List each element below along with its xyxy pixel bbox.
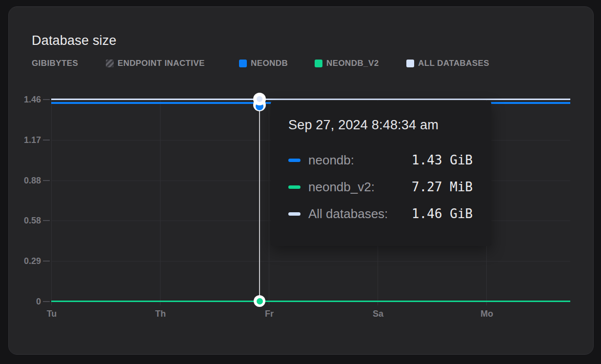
y-axis-tick [43,99,50,100]
legend-unit: GIBIBYTES [32,59,78,68]
x-axis-tick [486,302,487,305]
legend-item-label: ENDPOINT INACTIVE [118,59,205,68]
blue-swatch-icon [239,60,247,67]
y-axis-tick-label: 0 [12,297,41,306]
series-dash-icon [288,185,300,189]
legend-item-label: ALL DATABASES [418,59,489,68]
series-dash-icon [288,212,300,216]
y-axis-tick-label: 0.29 [12,256,41,266]
x-axis-tick-label: Th [155,309,166,319]
legend-item-label: NEONDB [251,59,288,68]
tooltip-series-label: neondb: [308,153,354,168]
y-axis-tick [43,261,50,262]
tooltip-rows: neondb: 1.43 GiB neondb_v2: 7.27 MiB All… [288,153,473,221]
tooltip-series-value: 1.43 GiB [412,153,473,167]
hatched-swatch-icon [106,60,114,67]
y-axis-tick [43,180,50,181]
unit-label: GIBIBYTES [32,59,78,68]
lavender-swatch-icon [406,60,414,67]
y-axis-tick-label: 1.17 [12,135,41,145]
chart-tooltip: Sep 27, 2024 8:48:34 am neondb: 1.43 GiB… [271,101,491,246]
y-axis-tick-label: 0.58 [12,216,41,225]
database-size-panel: Database size GIBIBYTES ENDPOINT INACTIV… [0,0,601,364]
tooltip-timestamp: Sep 27, 2024 8:48:34 am [288,117,473,133]
tooltip-series-label: neondb_v2: [308,180,375,195]
x-axis-tick [160,302,160,305]
tooltip-row-neondb: neondb: 1.43 GiB [288,153,473,167]
tooltip-row-neondb-v2: neondb_v2: 7.27 MiB [288,180,473,194]
y-axis-tick-label: 1.46 [12,95,41,104]
tooltip-series-value: 1.46 GiB [412,206,473,221]
series-dash-icon [288,159,300,162]
x-axis-tick [51,302,52,305]
legend-item-label: NEONDB_V2 [326,59,379,68]
y-axis-tick [43,301,50,302]
y-axis-tick-label: 0.88 [12,176,41,185]
legend-item-neondb[interactable]: NEONDB [239,59,288,68]
tooltip-series-value: 7.27 MiB [412,180,473,194]
legend-item-all-databases[interactable]: ALL DATABASES [406,59,489,68]
tooltip-series-label: All databases: [308,206,388,222]
legend-item-endpoint-inactive[interactable]: ENDPOINT INACTIVE [106,59,205,68]
x-axis-tick-label: Fr [265,309,274,319]
x-axis-tick-label: Sa [373,309,383,319]
legend-item-neondb-v2[interactable]: NEONDB_V2 [315,59,379,68]
green-swatch-icon [315,60,322,67]
y-axis-tick [43,220,50,221]
y-axis-tick [43,140,50,141]
x-axis-tick-label: Tu [47,309,57,319]
x-axis-tick-label: Mo [481,309,493,319]
chart-title: Database size [32,33,117,48]
tooltip-row-all-databases: All databases: 1.46 GiB [288,207,473,221]
x-axis-tick [269,302,269,305]
x-axis-tick [378,302,378,305]
